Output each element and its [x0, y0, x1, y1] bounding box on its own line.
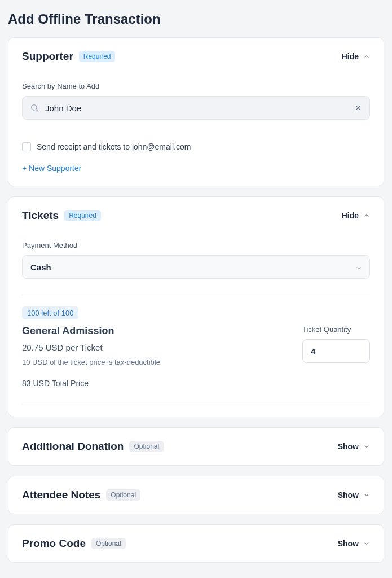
supporter-search-input[interactable]	[22, 96, 370, 120]
tickets-toggle[interactable]: Hide	[342, 211, 370, 220]
supporter-toggle[interactable]: Hide	[342, 52, 370, 61]
svg-point-0	[32, 105, 37, 110]
additional-donation-title: Additional Donation	[22, 440, 124, 453]
payment-method-value: Cash	[30, 262, 51, 272]
chevron-up-icon	[363, 53, 370, 60]
tickets-section: Tickets Required Hide Payment Method Cas…	[8, 196, 384, 417]
new-supporter-link[interactable]: + New Supporter	[22, 164, 81, 173]
promo-code-title: Promo Code	[22, 537, 86, 550]
additional-donation-section: Additional Donation Optional Show	[8, 427, 384, 466]
svg-line-1	[36, 110, 38, 111]
optional-badge: Optional	[91, 538, 126, 549]
ticket-info: General Admission 20.75 USD per Ticket 1…	[22, 325, 160, 388]
payment-method-select[interactable]: Cash	[22, 255, 370, 279]
ticket-qty-input[interactable]	[302, 339, 370, 363]
tickets-title: Tickets	[22, 209, 59, 222]
toggle-label: Show	[338, 491, 359, 500]
ticket-qty-block: Ticket Quantity	[302, 325, 370, 363]
page-title: Add Offline Transaction	[8, 11, 384, 27]
ticket-price: 20.75 USD per Ticket	[22, 343, 160, 352]
optional-badge: Optional	[106, 489, 140, 501]
chevron-down-icon	[363, 540, 370, 547]
attendee-notes-toggle[interactable]: Show	[338, 491, 370, 500]
additional-donation-toggle[interactable]: Show	[338, 442, 370, 451]
chevron-down-icon	[355, 264, 362, 270]
chevron-down-icon	[363, 443, 370, 450]
supporter-section: Supporter Required Hide Search by Name t…	[8, 37, 384, 186]
promo-code-toggle[interactable]: Show	[338, 539, 370, 548]
toggle-label: Show	[338, 442, 359, 451]
ticket-qty-label: Ticket Quantity	[302, 325, 370, 334]
toggle-label: Hide	[342, 52, 359, 61]
attendee-notes-title: Attendee Notes	[22, 489, 100, 501]
attendee-notes-section: Attendee Notes Optional Show	[8, 476, 384, 514]
ticket-total: 83 USD Total Price	[22, 379, 160, 388]
required-badge: Required	[79, 51, 116, 62]
divider	[22, 295, 370, 295]
toggle-label: Hide	[342, 211, 359, 220]
clear-icon[interactable]	[354, 104, 362, 112]
chevron-up-icon	[363, 212, 370, 219]
required-badge: Required	[64, 210, 101, 221]
send-receipt-label: Send receipt and tickets to john@email.c…	[37, 142, 191, 151]
divider	[22, 404, 370, 404]
availability-pill: 100 left of 100	[22, 306, 78, 319]
ticket-name: General Admission	[22, 325, 160, 337]
toggle-label: Show	[338, 539, 359, 548]
search-icon	[30, 103, 39, 112]
search-label: Search by Name to Add	[22, 82, 370, 90]
supporter-title: Supporter	[22, 50, 73, 63]
payment-method-label: Payment Method	[22, 241, 370, 249]
chevron-down-icon	[363, 492, 370, 498]
optional-badge: Optional	[129, 441, 164, 452]
promo-code-section: Promo Code Optional Show	[8, 524, 384, 563]
ticket-deductible: 10 USD of the ticket price is tax-deduct…	[22, 358, 160, 366]
send-receipt-checkbox[interactable]	[22, 142, 31, 151]
